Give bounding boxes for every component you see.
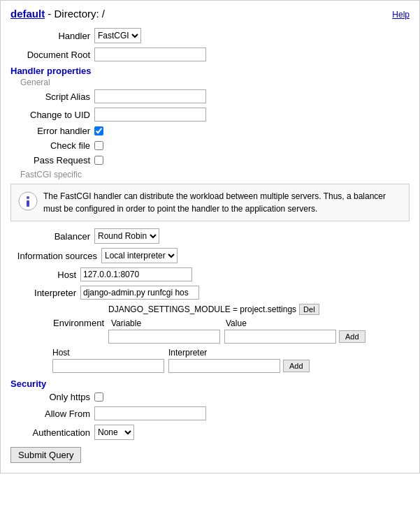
interpreter-label: Interpreter [10,288,80,298]
balancer-label: Balancer [10,231,94,242]
host-row: Host [10,267,410,281]
host-interp-add-button[interactable]: Add [283,360,310,372]
info-icon [18,191,38,211]
only-https-checkbox[interactable] [94,392,103,402]
balancer-select[interactable]: Round Robin IP Hash [94,228,159,244]
change-uid-input[interactable] [94,108,206,122]
info-sources-label: Information sources [10,251,101,261]
check-file-label: Check file [10,140,94,151]
interpreter-col-label: Interpreter [168,348,207,358]
page-container: default - Directory: / Help Handler Fast… [0,0,420,473]
interpreter-input[interactable] [80,286,199,300]
script-alias-label: Script Alias [10,91,94,102]
env-variable-col-header: Variable [111,318,223,328]
interpreter-row: Interpreter [10,286,410,300]
default-link[interactable]: default [10,8,45,20]
only-https-label: Only https [10,392,94,402]
change-uid-label: Change to UID [10,110,94,120]
error-handler-checkbox[interactable] [94,126,103,135]
authentication-label: Authentication [10,427,94,438]
page-header: default - Directory: / Help [10,8,410,20]
script-alias-row: Script Alias [10,89,410,103]
allow-from-input[interactable] [94,406,206,420]
authentication-select[interactable]: None Basic Digest [94,425,134,440]
env-variable-input[interactable] [108,330,220,344]
env-add-button[interactable]: Add [339,330,365,343]
host-label: Host [10,270,80,280]
check-file-row: Check file [10,140,410,151]
submit-button[interactable]: Submit Query [10,447,81,463]
allow-from-row: Allow From [10,406,410,420]
env-headers-row: Environment Variable Value [52,318,410,328]
info-sources-select[interactable]: Local interpreter Remote [101,248,178,263]
allow-from-label: Allow From [10,409,94,419]
balancer-row: Balancer Round Robin IP Hash [10,228,410,244]
document-root-input[interactable] [94,47,206,61]
pass-request-label: Pass Request [10,155,94,166]
security-title: Security [10,379,410,389]
env-entry-text: DJANGO_SETTINGS_MODULE = project.setting… [108,304,296,314]
general-label: General [20,78,410,87]
del-button[interactable]: Del [299,304,319,315]
error-handler-label: Error handler [10,126,94,136]
change-uid-row: Change to UID [10,108,410,122]
only-https-row: Only https [10,392,410,402]
pass-request-checkbox[interactable] [94,156,103,165]
document-root-row: Document Root [10,47,410,61]
host2-input[interactable] [52,359,164,373]
svg-rect-2 [27,200,29,207]
host-col-label: Host [52,348,164,358]
info-text: The FastCGI handler can distribute the w… [43,190,402,215]
check-file-checkbox[interactable] [94,141,103,150]
svg-point-1 [27,196,29,199]
pass-request-row: Pass Request [10,155,410,166]
host-interp-inputs: Add [52,359,410,373]
handler-row: Handler FastCGI CGI None [10,28,410,43]
info-sources-row: Information sources Local interpreter Re… [10,248,410,263]
document-root-label: Document Root [10,50,94,60]
authentication-row: Authentication None Basic Digest [10,425,410,440]
env-value-input[interactable] [224,330,336,344]
host-interp-headers: Host Interpreter [52,348,410,358]
interpreter2-input[interactable] [168,359,280,373]
host-input[interactable] [80,267,192,281]
submit-row: Submit Query [10,447,410,463]
script-alias-input[interactable] [94,89,206,103]
help-link[interactable]: Help [392,10,410,20]
env-inputs-row: Add [108,330,410,344]
error-handler-row: Error handler [10,126,410,136]
title-suffix: - Directory: / [45,8,105,20]
handler-properties-title: Handler properties [10,66,410,76]
env-label: Environment [52,318,108,328]
fastcgi-specific-label: FastCGI specific [20,170,410,179]
env-value-col-header: Value [226,318,345,328]
handler-label: Handler [10,31,94,41]
info-box: The FastCGI handler can distribute the w… [10,184,410,221]
handler-select[interactable]: FastCGI CGI None [94,28,141,43]
page-title: default - Directory: / [10,8,105,20]
env-entry: DJANGO_SETTINGS_MODULE = project.setting… [108,304,410,315]
